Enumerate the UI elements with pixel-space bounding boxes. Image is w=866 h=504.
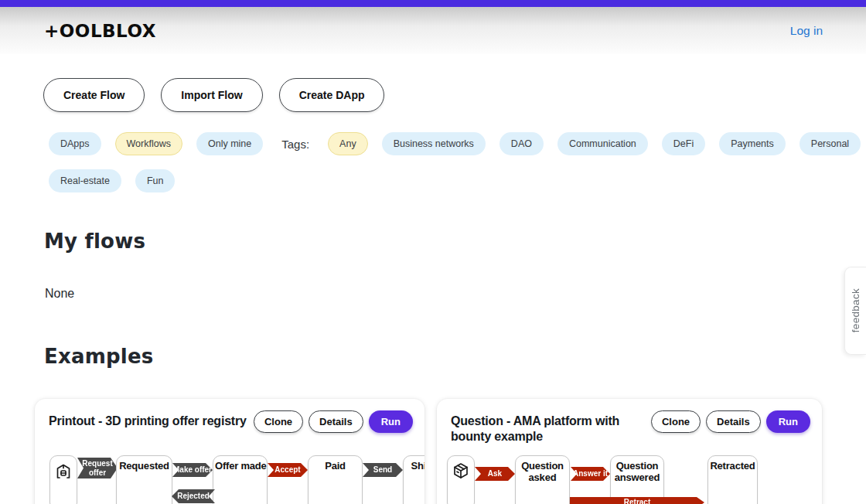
transition-send: Send (363, 463, 403, 477)
card-title: Question - AMA platform with bounty exam… (451, 414, 651, 444)
filter-chip-workflows[interactable]: Workflows (115, 132, 182, 155)
details-button[interactable]: Details (706, 410, 761, 433)
tag-chip-dao[interactable]: DAO (499, 132, 544, 155)
tag-chip-fun[interactable]: Fun (135, 169, 176, 192)
tag-chip-defi[interactable]: DeFi (662, 132, 705, 155)
feedback-tab-label: feedback (850, 288, 861, 332)
my-flows-heading: My flows (44, 230, 866, 253)
my-flows-empty-text: None (45, 287, 866, 301)
login-link[interactable]: Log in (790, 24, 823, 38)
feedback-tab[interactable]: feedback (844, 267, 866, 355)
create-dapp-button[interactable]: Create DApp (279, 78, 385, 112)
card-header: Printout - 3D printing offer registry Cl… (35, 399, 424, 433)
transition-accept: Accept (268, 463, 308, 477)
transition-request-offer: Request offer (77, 458, 118, 478)
examples-heading: Examples (44, 345, 866, 368)
top-accent-bar (0, 0, 866, 7)
toolblox-logo: +OOLBLOX (44, 21, 156, 41)
package-icon (452, 461, 470, 504)
card-title: Printout - 3D printing offer registry (49, 414, 254, 429)
state-requested: Requested (116, 455, 172, 504)
create-flow-button[interactable]: Create Flow (43, 78, 145, 112)
workflow-preview: Request offer Requested Make offer Offer… (35, 455, 424, 504)
tag-chip-any[interactable]: Any (328, 132, 368, 155)
state-shipped: Shipped (403, 455, 424, 504)
transition-make-offer: Make offer (172, 463, 213, 477)
state-retracted: Retracted (707, 455, 758, 504)
filter-row-2: Real-estate Fun (49, 169, 866, 192)
filter-row: DApps Workflows Only mine Tags: Any Busi… (49, 132, 866, 155)
card-question-ama-platform: Question - AMA platform with bounty exam… (437, 399, 822, 504)
tags-label: Tags: (281, 138, 309, 151)
card-buttons: Clone Details Run (254, 410, 413, 433)
state-question-asked: Question asked (515, 455, 570, 504)
clone-button[interactable]: Clone (254, 410, 303, 433)
run-button[interactable]: Run (369, 410, 413, 433)
clone-button[interactable]: Clone (651, 410, 701, 433)
state-question-answered: Question answered (610, 455, 664, 504)
card-buttons: Clone Details Run (651, 410, 810, 433)
filter-chip-dapps[interactable]: DApps (49, 132, 101, 155)
import-flow-button[interactable]: Import Flow (161, 78, 262, 112)
workflow-start-node (447, 455, 475, 504)
tag-chip-business-networks[interactable]: Business networks (382, 132, 486, 155)
transition-retract: Retract (570, 497, 704, 504)
primary-actions: Create Flow Import Flow Create DApp (43, 78, 866, 112)
transition-answer-it: Answer it (571, 467, 610, 481)
details-button[interactable]: Details (309, 410, 363, 433)
tag-chip-payments[interactable]: Payments (719, 132, 786, 155)
tag-chip-personal[interactable]: Personal (800, 132, 861, 155)
card-printout-offer-registry: Printout - 3D printing offer registry Cl… (35, 399, 424, 504)
filter-chip-only-mine[interactable]: Only mine (196, 132, 263, 155)
transition-rejected: Rejected (172, 489, 215, 503)
state-paid: Paid (308, 455, 363, 504)
header: +OOLBLOX Log in (0, 7, 866, 54)
state-offer-made: Offer made (213, 455, 268, 504)
transition-ask: Ask (475, 467, 515, 481)
workflow-preview: Ask Question asked Answer it Question an… (437, 455, 822, 504)
workflow-start-node (49, 455, 77, 504)
run-button[interactable]: Run (766, 410, 810, 433)
example-cards: Printout - 3D printing offer registry Cl… (35, 399, 866, 504)
printer-icon (54, 461, 73, 504)
card-header: Question - AMA platform with bounty exam… (437, 399, 822, 444)
tag-chip-real-estate[interactable]: Real-estate (49, 169, 121, 192)
tag-chip-communication[interactable]: Communication (557, 132, 648, 155)
